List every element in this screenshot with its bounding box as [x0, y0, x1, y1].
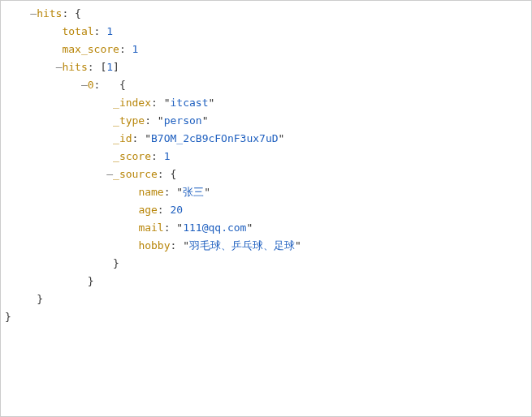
brace-open: { [75, 7, 81, 19]
colon: : [94, 79, 119, 91]
quote-icon: " [176, 221, 183, 234]
colon: : [145, 114, 158, 127]
json-string: 羽毛球、乒乓球、足球 [189, 239, 295, 251]
json-viewer: —hits: { total: 1 max_score: 1 —hits: [1… [0, 0, 532, 417]
json-line[interactable]: _id: "B7OM_2cB9cFOnF3ux7uD" [5, 130, 527, 148]
json-key: hobby [138, 239, 170, 251]
json-key: hits [62, 61, 87, 73]
json-line[interactable]: max_score: 1 [5, 41, 527, 58]
json-key: hits [37, 7, 62, 19]
quote-icon: " [204, 186, 210, 198]
json-line[interactable]: total: 1 [5, 23, 527, 41]
colon: : [171, 239, 184, 251]
collapse-toggle-icon[interactable]: — [30, 7, 37, 19]
colon: : [132, 132, 145, 144]
json-line[interactable]: hobby: "羽毛球、乒乓球、足球" [5, 237, 527, 255]
brace-close: } [37, 293, 43, 305]
colon: : [119, 43, 132, 55]
json-line[interactable]: } [5, 273, 527, 290]
quote-icon: " [158, 114, 164, 127]
colon: : [94, 25, 107, 37]
bracket-close: ] [113, 61, 119, 73]
array-length: 1 [106, 61, 113, 73]
colon: : [88, 61, 101, 73]
collapse-toggle-icon[interactable]: — [106, 168, 113, 180]
json-number: 20 [171, 204, 184, 216]
brace-close: } [88, 275, 94, 287]
json-key: max_score [62, 43, 119, 55]
colon: : [158, 168, 171, 180]
json-line[interactable]: } [5, 255, 527, 273]
json-key: name [138, 186, 163, 198]
json-line[interactable]: mail: "111@qq.com" [5, 219, 527, 237]
json-key: mail [138, 221, 163, 234]
quote-icon: " [202, 114, 209, 127]
json-string: B7OM_2cB9cFOnF3ux7uD [151, 132, 279, 144]
quote-icon: " [176, 186, 183, 198]
brace-close: } [113, 257, 119, 269]
json-number: 1 [106, 25, 113, 37]
quote-icon: " [164, 97, 171, 109]
json-line[interactable]: —0: { [5, 76, 527, 94]
quote-icon: " [208, 97, 214, 109]
json-key: _index [113, 97, 151, 109]
quote-icon: " [295, 239, 301, 251]
json-line[interactable]: _index: "itcast" [5, 94, 527, 112]
json-key: _id [113, 132, 132, 144]
quote-icon: " [279, 132, 285, 144]
colon: : [151, 97, 164, 109]
json-key: 0 [88, 79, 94, 91]
json-string: person [164, 114, 202, 127]
json-key: _type [113, 114, 145, 127]
json-key: _score [113, 150, 151, 162]
json-key: _source [113, 168, 158, 180]
json-line[interactable]: } [5, 308, 527, 326]
json-line[interactable]: } [5, 290, 527, 308]
json-string: itcast [171, 97, 209, 109]
quote-icon: " [246, 221, 253, 234]
json-number: 1 [164, 150, 171, 162]
json-line[interactable]: _score: 1 [5, 148, 527, 166]
colon: : [62, 7, 75, 19]
json-line[interactable]: age: 20 [5, 201, 527, 219]
json-string: 111@qq.com [183, 221, 246, 234]
json-line[interactable]: name: "张三" [5, 183, 527, 201]
json-key: total [62, 25, 93, 37]
json-number: 1 [132, 43, 139, 55]
json-string: 张三 [183, 186, 204, 198]
quote-icon: " [183, 239, 189, 251]
json-line[interactable]: _type: "person" [5, 112, 527, 130]
json-line[interactable]: —hits: [1] [5, 58, 527, 76]
collapse-toggle-icon[interactable]: — [81, 79, 88, 91]
quote-icon: " [145, 132, 151, 144]
colon: : [164, 221, 177, 234]
colon: : [164, 186, 177, 198]
json-key: age [138, 204, 157, 216]
brace-open: { [171, 168, 177, 180]
brace-close: } [5, 311, 11, 323]
brace-open: { [119, 79, 126, 91]
json-line[interactable]: —hits: { [5, 5, 527, 23]
json-line[interactable]: —_source: { [5, 166, 527, 183]
colon: : [158, 204, 171, 216]
colon: : [151, 150, 164, 162]
